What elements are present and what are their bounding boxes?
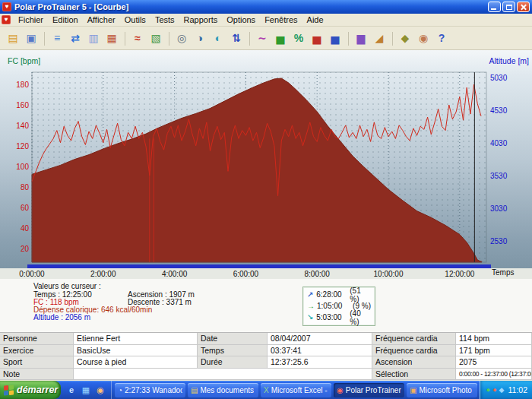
table-value: 114 bpm <box>456 333 532 345</box>
distribution-blue-icon: ▅ <box>331 33 340 43</box>
task-icon: ◉ <box>337 386 344 394</box>
toolbar-button[interactable]: ▥ <box>84 29 103 47</box>
toolbar-button[interactable]: ▤ <box>4 29 22 47</box>
toolbar-button[interactable]: ▅ <box>326 29 344 47</box>
menu-item[interactable]: Fichier <box>14 14 48 25</box>
menu-item[interactable]: Options <box>222 14 260 25</box>
table-value: 171 bpm <box>456 345 532 357</box>
task-polar-protrainer[interactable]: ◉ Polar ProTrainer 5... <box>334 383 404 397</box>
tray-icon-green[interactable]: ● <box>486 387 490 394</box>
table-label: Ascension <box>372 356 456 369</box>
svg-text:3530: 3530 <box>490 172 508 180</box>
task-label: 2:27:33 Wanadoo <box>125 386 182 394</box>
menu-item[interactable]: Outils <box>120 14 150 25</box>
task-icon: X <box>264 386 269 394</box>
svg-text:0:00:00: 0:00:00 <box>19 270 45 278</box>
svg-text:100: 100 <box>16 163 29 171</box>
menu-item[interactable]: Edition <box>48 14 83 25</box>
table-value: BasicUse <box>74 345 198 357</box>
table-label: Durée <box>198 356 268 369</box>
menu-bar: ♥ FichierEditionAfficherOutilsTestsRappo… <box>0 14 532 27</box>
window-title: Polar ProTrainer 5 - [Courbe] <box>14 2 128 11</box>
chart-panel: 1801601401201008060402050304530403035303… <box>0 50 532 279</box>
menu-item[interactable]: Rapports <box>179 14 223 25</box>
lap-times-icon: ◑ <box>197 33 203 43</box>
toolbar-button[interactable]: % <box>290 29 308 47</box>
close-button[interactable] <box>517 2 530 12</box>
quicklaunch-media-icon[interactable]: ◉ <box>94 384 106 396</box>
menu-item[interactable]: Afficher <box>83 14 120 25</box>
zones-percent-icon: % <box>294 33 303 43</box>
task-mes-documents[interactable]: ▤ Mes documents <box>188 383 258 397</box>
zone-row: ↗ 6:28:00 (51 %) <box>303 289 375 300</box>
exercise-curve-chart[interactable]: 1801601401201008060402050304530403035303… <box>0 50 532 279</box>
table-value: 03:37:41 <box>268 345 372 357</box>
svg-text:4530: 4530 <box>490 106 508 115</box>
toolbar-button[interactable]: ▆ <box>352 29 370 47</box>
toolbar-button[interactable]: ⇅ <box>227 29 245 47</box>
system-tray: ●●◆ 11:02 <box>480 381 532 399</box>
zone-percent: (51 %) <box>350 287 371 303</box>
app-icon: ♥ <box>2 2 11 11</box>
task-excel[interactable]: X Microsoft Excel - a... <box>261 383 331 397</box>
table-label: Personne <box>0 333 74 345</box>
toolbar-button[interactable]: ◉ <box>414 29 432 47</box>
exercise-list-icon: ≡ <box>54 33 60 43</box>
toolbar-button[interactable]: ▅ <box>271 29 290 47</box>
report-icon: ▥ <box>88 33 98 43</box>
minimize-button[interactable] <box>488 2 501 12</box>
quick-launch-bar: e▦◉ <box>61 381 112 399</box>
diary-view-icon: ▧ <box>150 33 160 43</box>
ascent-zone: ↗ <box>307 290 316 299</box>
start-label: démarrer <box>17 385 58 395</box>
histogram-icon: ▆ <box>357 33 366 43</box>
toolbar-button[interactable]: ▧ <box>147 29 165 47</box>
toolbar-button[interactable]: ◑ <box>191 29 209 47</box>
zoom-icon: ◎ <box>177 33 186 43</box>
table-label: Temps <box>198 345 268 357</box>
quicklaunch-desktop-icon[interactable]: ▦ <box>80 384 92 396</box>
svg-text:180: 180 <box>16 81 29 89</box>
svg-text:80: 80 <box>21 183 30 192</box>
toolbar-button[interactable]: ≈ <box>128 29 147 47</box>
toolbar-button[interactable]: ◢ <box>370 29 388 47</box>
tray-icon-blue[interactable]: ◆ <box>499 387 505 394</box>
toolbar: ▤ ▣ ≡ ⇄ ▥ ▦ ≈ ▧ ◎ ◑ <box>0 27 532 50</box>
restore-button[interactable] <box>502 2 515 12</box>
task-label: Microsoft Excel - a... <box>271 386 328 394</box>
toolbar-button[interactable]: ▣ <box>22 29 40 47</box>
quicklaunch-ie-icon[interactable]: e <box>65 384 78 396</box>
taskbar: démarrer e▦◉ ◔ 2:27:33 Wanadoo ▤ Mes doc… <box>0 381 532 399</box>
persons-icon: ◉ <box>419 33 428 43</box>
svg-text:4:00:00: 4:00:00 <box>162 270 188 278</box>
svg-text:2:00:00: 2:00:00 <box>90 270 116 278</box>
svg-text:5030: 5030 <box>490 74 508 82</box>
toolbar-button[interactable]: ▅ <box>308 29 326 47</box>
svg-text:140: 140 <box>16 122 29 130</box>
help-icon: ? <box>439 33 445 43</box>
toolbar-button[interactable]: ∼ <box>253 29 271 47</box>
start-button[interactable]: démarrer <box>0 381 61 399</box>
exercise-info-table: Personne Etienne Fert Date 08/04/2007 Fr… <box>0 332 532 380</box>
toolbar-button[interactable]: ≡ <box>48 29 66 47</box>
toolbar-button[interactable]: ◐ <box>209 29 227 47</box>
menu-item[interactable]: Aide <box>302 14 328 25</box>
cursor-values-panel: Valeurs de curseur : Temps : 12:25:00 FC… <box>0 279 532 332</box>
task-wanadoo[interactable]: ◔ 2:27:33 Wanadoo <box>115 383 185 397</box>
body-weight-icon: ◆ <box>401 33 410 43</box>
menu-item[interactable]: Fenêtres <box>260 14 302 25</box>
task-label: Polar ProTrainer 5... <box>346 386 401 394</box>
toolbar-button[interactable]: ◎ <box>173 29 191 47</box>
toolbar-button[interactable]: ? <box>432 29 451 47</box>
svg-text:120: 120 <box>16 142 29 150</box>
svg-text:2530: 2530 <box>490 237 508 245</box>
toolbar-button[interactable]: ▦ <box>103 29 121 47</box>
curve-view-icon: ≈ <box>135 33 141 43</box>
task-photo-editor[interactable]: ▣ Microsoft Photo E... <box>407 383 477 397</box>
toolbar-button[interactable]: ⇄ <box>66 29 84 47</box>
tray-icon-red[interactable]: ● <box>492 387 496 394</box>
menu-item[interactable]: Tests <box>150 14 179 25</box>
calendar-icon: ▦ <box>106 33 116 43</box>
table-value: 08/04/2007 <box>268 333 372 345</box>
toolbar-button[interactable]: ◆ <box>396 29 414 47</box>
